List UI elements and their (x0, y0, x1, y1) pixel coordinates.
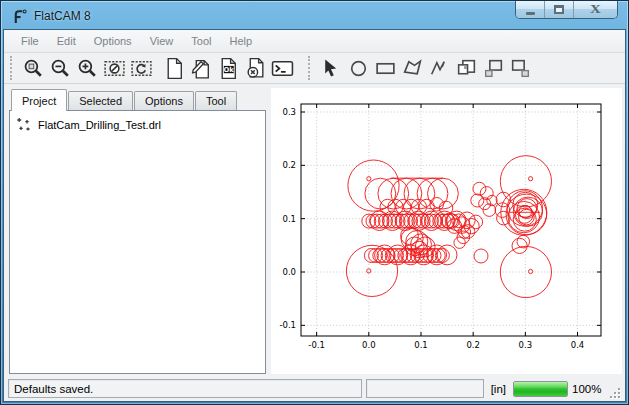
add-polygon-button[interactable] (399, 55, 426, 82)
plot-pane[interactable]: -0.10.00.10.20.30.4-0.10.00.10.20.3 (271, 88, 622, 374)
toolbar: Ok (4, 53, 625, 84)
polygon-icon (401, 57, 424, 80)
maximize-button[interactable] (545, 1, 574, 18)
menu-file[interactable]: File (12, 32, 48, 50)
select-tool-button[interactable] (318, 55, 345, 82)
menu-options[interactable]: Options (85, 32, 141, 50)
new-geometry-button[interactable] (161, 55, 188, 82)
add-rectangle-button[interactable] (372, 55, 399, 82)
menu-edit[interactable]: Edit (48, 32, 85, 50)
cancel-edit-button[interactable] (242, 55, 269, 82)
toolbar-drag-handle[interactable] (10, 56, 15, 80)
cancel-file-icon (244, 57, 267, 80)
titlebar[interactable]: FlatCAM 8 X (3, 3, 626, 29)
ok-file-icon: Ok (217, 57, 240, 80)
tab-project[interactable]: Project (11, 89, 67, 111)
intersection-icon (482, 57, 505, 80)
path-icon (428, 57, 451, 80)
svg-text:-0.1: -0.1 (279, 320, 296, 330)
flatcam-window: FlatCAM 8 X File Edit Options View Tool … (0, 0, 629, 405)
replot-button[interactable] (128, 55, 155, 82)
clear-plot-button[interactable] (101, 55, 128, 82)
edit-geometry-button[interactable] (188, 55, 215, 82)
window-content: File Edit Options View Tool Help (3, 29, 626, 402)
tab-tool[interactable]: Tool (195, 91, 237, 110)
zoom-fit-button[interactable] (20, 55, 47, 82)
update-geometry-button[interactable]: Ok (215, 55, 242, 82)
subtraction-icon (509, 57, 532, 80)
union-icon (455, 57, 478, 80)
menu-tool[interactable]: Tool (182, 32, 220, 50)
menu-view[interactable]: View (141, 32, 183, 50)
polygon-subtraction-button[interactable] (507, 55, 534, 82)
resize-grip-icon[interactable] (608, 386, 621, 399)
progress-bar-fill (514, 382, 567, 396)
main-area: Project Selected Options Tool (4, 84, 625, 376)
svg-text:0.2: 0.2 (282, 160, 296, 170)
minimize-button[interactable] (516, 1, 545, 18)
zoom-in-button[interactable] (74, 55, 101, 82)
add-path-button[interactable] (426, 55, 453, 82)
flatcam-logo-icon (11, 8, 28, 25)
maximize-icon (554, 5, 564, 14)
replot-icon (130, 57, 153, 80)
clear-plot-icon (103, 57, 126, 80)
shell-button[interactable] (269, 55, 296, 82)
svg-text:0.3: 0.3 (282, 107, 296, 117)
zoom-out-icon (49, 57, 72, 80)
zoom-out-button[interactable] (47, 55, 74, 82)
status-message: Defaults saved. (14, 383, 93, 395)
svg-text:0.0: 0.0 (362, 340, 376, 350)
menubar: File Edit Options View Tool Help (4, 30, 625, 53)
editor-toolbar-drag-handle[interactable] (308, 56, 313, 80)
select-arrow-icon (320, 57, 343, 80)
new-file-icon (163, 57, 186, 80)
close-icon: X (590, 2, 601, 17)
svg-text:0.1: 0.1 (282, 214, 296, 224)
minimize-icon (526, 12, 535, 15)
zoom-in-icon (76, 57, 99, 80)
tree-item-label: FlatCam_Drilling_Test.drl (38, 119, 161, 131)
left-pane: Project Selected Options Tool (9, 88, 266, 374)
tree-item-drill-file[interactable]: FlatCam_Drilling_Test.drl (14, 116, 261, 133)
circle-icon (347, 57, 370, 80)
close-button[interactable]: X (574, 1, 617, 18)
polygon-intersection-button[interactable] (480, 55, 507, 82)
status-message-box: Defaults saved. (8, 379, 362, 398)
status-aux-box (366, 379, 484, 398)
rectangle-icon (374, 57, 397, 80)
zoom-fit-icon (22, 57, 45, 80)
drill-marks-icon (16, 117, 31, 132)
window-title: FlatCAM 8 (34, 9, 91, 23)
statusbar: Defaults saved. [in] 100% (4, 376, 625, 401)
polygon-union-button[interactable] (453, 55, 480, 82)
tab-bar: Project Selected Options Tool (9, 88, 266, 110)
edit-file-icon (190, 57, 213, 80)
svg-text:0.4: 0.4 (571, 340, 585, 350)
add-circle-button[interactable] (345, 55, 372, 82)
menu-help[interactable]: Help (220, 32, 261, 50)
tab-options[interactable]: Options (134, 91, 194, 110)
shell-icon (271, 57, 294, 80)
svg-text:0.0: 0.0 (282, 267, 296, 277)
tab-selected[interactable]: Selected (68, 91, 133, 110)
svg-text:0.2: 0.2 (466, 340, 480, 350)
svg-text:Ok: Ok (224, 65, 235, 73)
svg-text:0.1: 0.1 (414, 340, 428, 350)
caption-buttons: X (515, 1, 618, 19)
svg-text:-0.1: -0.1 (308, 340, 325, 350)
units-label: [in] (488, 383, 509, 395)
project-tree[interactable]: FlatCam_Drilling_Test.drl (9, 110, 266, 374)
progress-bar (513, 381, 568, 397)
svg-text:0.3: 0.3 (519, 340, 533, 350)
progress-percent-label: 100% (572, 383, 604, 395)
drill-plot-canvas[interactable]: -0.10.00.10.20.30.4-0.10.00.10.20.3 (271, 88, 622, 374)
